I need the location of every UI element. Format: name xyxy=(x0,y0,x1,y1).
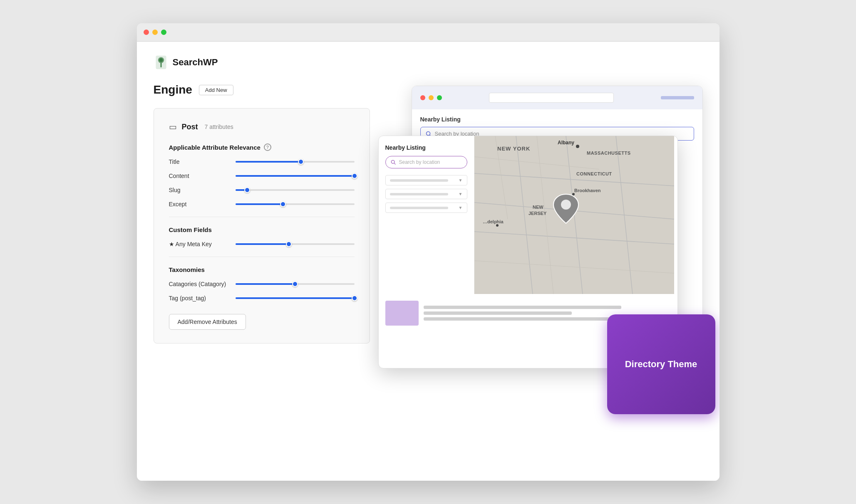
search-placeholder-front: Search by location xyxy=(399,159,440,165)
relevance-section-label: Applicable Attribute Relevance ? xyxy=(169,143,355,151)
dropdown-1[interactable]: ▼ xyxy=(385,175,467,185)
main-content: SearchWP Engine Add New ▭ Post 7 attribu… xyxy=(137,42,720,481)
attr-content-label: Content xyxy=(169,173,236,179)
except-slider-track[interactable] xyxy=(236,203,355,205)
text-line-1 xyxy=(424,306,621,309)
attr-except-label: Except xyxy=(169,201,236,208)
add-new-button[interactable]: Add New xyxy=(199,85,233,95)
help-icon[interactable]: ? xyxy=(264,143,271,151)
attribute-row-any-meta: ★ Any Meta Key xyxy=(169,241,355,247)
attr-meta-label: ★ Any Meta Key xyxy=(169,241,236,247)
attribute-row-tag: Tag (post_tag) xyxy=(169,295,355,301)
panel-title: Post xyxy=(182,123,198,131)
panel-subtitle: 7 attributes xyxy=(205,124,233,130)
directory-theme-label: Directory Theme xyxy=(625,358,697,371)
svg-point-29 xyxy=(496,224,499,227)
tag-slider-track[interactable] xyxy=(236,297,355,299)
post-icon: ▭ xyxy=(169,122,177,132)
back-card-topbar xyxy=(412,86,702,109)
slug-slider-track[interactable] xyxy=(236,189,355,191)
attribute-row-categories: Catagories (Catagory) xyxy=(169,281,355,287)
attribute-row-slug: Slug xyxy=(169,187,355,193)
logo-text: SearchWP xyxy=(173,57,218,68)
engine-title: Engine xyxy=(154,83,192,96)
svg-text:Albany: Albany xyxy=(558,140,574,146)
nearby-listing-title-back: Nearby Listing xyxy=(420,116,694,123)
attribute-row-content: Content xyxy=(169,173,355,179)
text-line-3 xyxy=(424,317,621,321)
minimize-dot[interactable] xyxy=(152,30,158,35)
attr-categories-label: Catagories (Catagory) xyxy=(169,281,236,287)
map-svg: NEW YORK Albany MASSACHUSETTS CONNECTICU… xyxy=(474,136,674,294)
attribute-row-except: Except xyxy=(169,201,355,208)
taxonomies-label: Taxonomies xyxy=(169,266,355,273)
content-slider-track[interactable] xyxy=(236,175,355,177)
attr-tag-label: Tag (post_tag) xyxy=(169,295,236,301)
post-panel: ▭ Post 7 attributes Applicable Attribute… xyxy=(154,108,370,343)
close-dot[interactable] xyxy=(144,30,149,35)
maximize-dot[interactable] xyxy=(161,30,166,35)
front-card-left: Nearby Listing Search by location ▼ xyxy=(379,136,474,294)
svg-point-25 xyxy=(572,193,575,195)
svg-text:JERSEY: JERSEY xyxy=(528,211,547,216)
svg-point-21 xyxy=(576,145,579,148)
custom-fields-label: Custom Fields xyxy=(169,226,355,233)
svg-text:CONNECTICUT: CONNECTICUT xyxy=(576,171,612,176)
search-bar-front[interactable]: Search by location xyxy=(385,156,467,168)
overlay-container: Nearby Listing Search by location xyxy=(378,86,720,427)
attr-slug-label: Slug xyxy=(169,187,236,193)
panel-header: ▭ Post 7 attributes xyxy=(169,122,355,132)
titlebar xyxy=(137,23,720,42)
text-line-2 xyxy=(424,311,572,315)
svg-point-31 xyxy=(561,200,571,210)
meta-slider-track[interactable] xyxy=(236,243,355,245)
nearby-listing-title-front: Nearby Listing xyxy=(385,144,467,151)
dropdown-3[interactable]: ▼ xyxy=(385,203,467,213)
svg-text:MASSACHUSETTS: MASSACHUSETTS xyxy=(587,151,631,156)
svg-text:…delphia: …delphia xyxy=(483,219,504,224)
svg-text:Brookhaven: Brookhaven xyxy=(574,188,601,193)
logo-area: SearchWP xyxy=(154,55,703,70)
add-remove-button[interactable]: Add/Remove Attributes xyxy=(169,314,246,330)
attribute-row-title: Title xyxy=(169,158,355,165)
search-icon-front xyxy=(391,160,396,165)
searchwp-logo-icon xyxy=(154,55,169,70)
attr-title-label: Title xyxy=(169,158,236,165)
svg-text:NEW: NEW xyxy=(533,205,543,210)
thumbnail-placeholder xyxy=(385,301,419,326)
dropdown-2[interactable]: ▼ xyxy=(385,189,467,199)
svg-text:NEW YORK: NEW YORK xyxy=(497,146,530,152)
categories-slider-track[interactable] xyxy=(236,283,355,285)
main-window: SearchWP Engine Add New ▭ Post 7 attribu… xyxy=(137,23,720,481)
svg-point-3 xyxy=(159,58,163,62)
svg-line-7 xyxy=(394,163,395,164)
directory-theme-card: Directory Theme xyxy=(607,314,715,414)
map-area: NEW YORK Albany MASSACHUSETTS CONNECTICU… xyxy=(474,136,674,294)
title-slider-track[interactable] xyxy=(236,161,355,163)
